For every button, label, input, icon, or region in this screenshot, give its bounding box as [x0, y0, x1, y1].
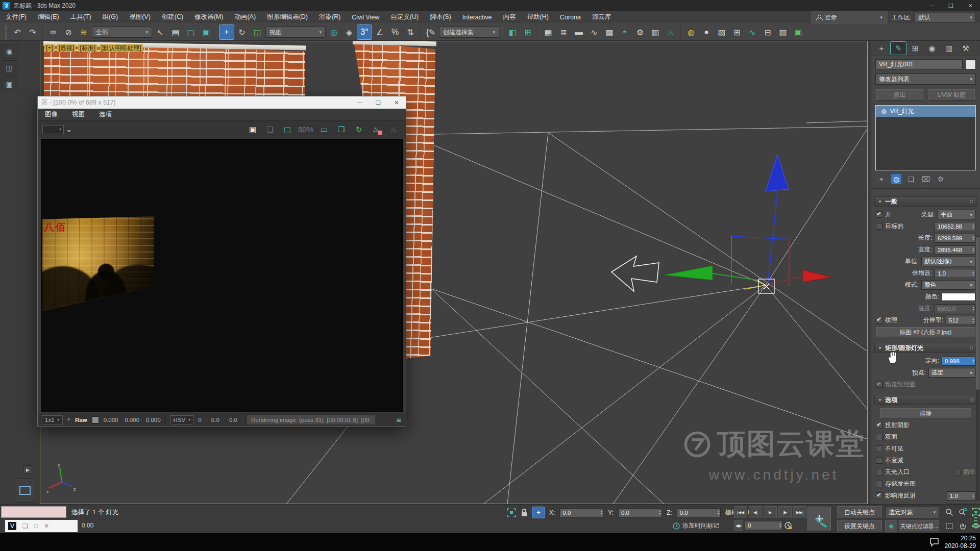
menu-item[interactable]: 渲染(R) — [313, 11, 346, 23]
stats-list-icon[interactable]: ≣ — [396, 416, 402, 423]
temperature-spinner[interactable]: 6500.0▴▾ — [935, 304, 975, 313]
named-selection-sets-dropdown[interactable]: 创建选择集 — [439, 27, 499, 38]
menu-item[interactable]: 创建(C) — [156, 11, 189, 23]
select-by-name-icon[interactable]: ▤ — [168, 25, 183, 39]
spinner-arrows-icon[interactable]: ▴▾ — [972, 224, 974, 229]
texture-checkbox[interactable] — [876, 317, 883, 323]
bind-to-space-warp-icon[interactable]: ≋ — [77, 25, 91, 39]
rectangular-selection-region-icon[interactable]: ▢ — [184, 25, 198, 39]
checkbox[interactable] — [876, 434, 883, 440]
close-icon[interactable]: ✕ — [387, 97, 406, 108]
motion-tab[interactable]: ◉ — [924, 42, 940, 55]
render-production-icon[interactable]: ♨ — [664, 25, 678, 39]
menu-item[interactable]: Civil View — [346, 11, 385, 23]
checkbox[interactable] — [876, 422, 883, 429]
auto-key-button[interactable]: 自动关键点 — [837, 506, 882, 518]
light-color-swatch[interactable] — [942, 293, 975, 301]
render-frame-window[interactable]: 区 - [100.0% of 689 x 517] ─ ❏ ✕ 图像视图选项 ◒… — [37, 96, 406, 427]
checkbox[interactable] — [876, 445, 883, 452]
mini-curve-editor-button[interactable]: ▶ — [23, 465, 32, 474]
y-coordinate-field[interactable]: 0.0▴▾ — [618, 508, 662, 517]
render-window-title-bar[interactable]: 区 - [100.0% of 689 x 517] ─ ❏ ✕ — [38, 96, 406, 109]
edit-named-selection-sets-icon[interactable]: {✎ — [424, 25, 438, 39]
toolbar-separator[interactable] — [680, 26, 681, 38]
login-button[interactable]: 登录 ▾ — [811, 11, 888, 23]
display-tab[interactable]: ▥ — [941, 42, 957, 55]
menu-item[interactable]: 编辑(E) — [32, 11, 65, 23]
modifier-stack[interactable]: ◍ VR_灯光 — [875, 105, 976, 170]
zoom-icon[interactable] — [943, 506, 955, 518]
viewport-layout-tab-2[interactable]: ◫ — [1, 60, 17, 75]
pin-stack-icon[interactable]: ⌖ — [876, 174, 887, 184]
close-icon[interactable]: ✕ — [44, 522, 49, 530]
scene-explorer-icon[interactable]: ▦ — [541, 25, 555, 39]
value-spinner[interactable]: 1.0▴▾ — [947, 491, 975, 500]
align-icon[interactable]: ⊞ — [521, 25, 535, 39]
go-to-start-button[interactable]: |◀◀ — [734, 506, 747, 518]
copy-image-icon[interactable]: ❏ — [262, 123, 278, 136]
scrollbar-thumb[interactable] — [976, 237, 979, 390]
snaps-toggle-icon[interactable]: 3° — [357, 25, 372, 39]
use-pivot-point-icon[interactable]: ◎ — [327, 25, 341, 39]
track-mouse-icon[interactable]: ❒ — [334, 123, 349, 136]
viewport-label-segment[interactable]: [默认明暗处理] — [100, 44, 143, 52]
set-key-button[interactable]: 设置关键点 — [837, 520, 882, 532]
absolute-mode-icon[interactable]: + — [532, 507, 545, 518]
make-unique-icon[interactable]: ❏ — [906, 174, 916, 184]
toolbar-separator[interactable] — [502, 26, 503, 38]
viewport-layout-tab-3[interactable]: ▣ — [1, 77, 17, 91]
resolution-spinner[interactable]: 512▴▾ — [946, 316, 975, 325]
ribbon-toggle-icon[interactable]: ▬ — [572, 25, 586, 39]
layer-explorer-icon[interactable]: ≣ — [556, 25, 571, 39]
mode-dropdown[interactable]: 颜色 — [921, 280, 975, 290]
add-time-tag[interactable]: 添加时间标记 — [673, 521, 719, 530]
menu-item[interactable]: 帮助(H) — [522, 11, 554, 23]
maxscript-mini-listener[interactable] — [1, 506, 66, 518]
menu-item[interactable]: 修改器(M) — [189, 11, 229, 23]
viewport-label[interactable]: [+][透视][标准][默认明暗处理] — [44, 44, 143, 52]
rollout-header[interactable]: ▼ 选项 ∷ — [874, 395, 977, 405]
texture-map-button[interactable]: 贴图 #2 (八佰-2.jpg) — [876, 327, 975, 337]
extrude-button[interactable]: 挤出 — [876, 89, 923, 101]
percent-snap-icon[interactable]: % — [388, 25, 402, 39]
render-setup-icon[interactable]: ⚙ — [633, 25, 647, 39]
monitor-icon[interactable]: ⊟ — [761, 25, 775, 39]
menu-item[interactable]: 内容 — [498, 11, 522, 23]
stack-item-selected[interactable]: ◍ VR_灯光 — [876, 106, 975, 117]
vray-progress-mini-window[interactable]: V ❏ □ ✕ — [5, 520, 78, 532]
pick-color-icon[interactable]: ⌖ — [67, 416, 70, 423]
toolbar-drag-handle[interactable] — [5, 26, 7, 39]
viewport-layout-button[interactable] — [15, 479, 35, 503]
toolbar-separator[interactable] — [42, 26, 43, 38]
unlink-selection-icon[interactable]: ⊘ — [61, 25, 76, 39]
set-key-plus-button[interactable]: + — [807, 507, 831, 531]
targeted-spinner[interactable]: 10652.88▴▾ — [935, 222, 975, 231]
go-to-end-button[interactable]: ▶▶| — [793, 506, 806, 518]
select-and-manipulate-icon[interactable]: ◈ — [342, 25, 356, 39]
rollout-header[interactable]: ▼ 一般 ∷ — [874, 196, 977, 207]
key-mode-toggle[interactable]: ◀▶ — [734, 520, 743, 531]
exclude-button[interactable]: 排除 — [880, 408, 971, 418]
viewport-layout-tab-1[interactable]: ◉ — [1, 44, 17, 59]
panel-scrollbar[interactable] — [976, 236, 979, 501]
region-render-icon[interactable]: ♨ — [386, 123, 401, 136]
viewport-label-segment[interactable]: [透视] — [57, 44, 76, 52]
select-and-move-icon[interactable]: + — [219, 25, 234, 39]
table-icon[interactable]: ⊞ — [730, 25, 744, 39]
selection-lock-icon[interactable] — [521, 508, 528, 517]
panel-divider[interactable]: ⋯⋯ — [871, 188, 980, 192]
menu-item[interactable]: 文件(F) — [0, 11, 32, 23]
viewport-label-segment[interactable]: [+] — [44, 44, 55, 52]
time-configuration-icon[interactable] — [784, 521, 792, 530]
show-end-result-icon[interactable]: ◍ — [891, 174, 901, 184]
checkbox[interactable] — [876, 481, 883, 487]
units-dropdown[interactable]: 默认(图像) — [921, 257, 975, 266]
frame-region-icon[interactable]: ▭ — [316, 123, 332, 136]
pan-hand-icon[interactable] — [957, 520, 969, 532]
database-icon[interactable]: ▣ — [791, 25, 805, 39]
x-coordinate-field[interactable]: 0.0▴▾ — [559, 508, 603, 517]
modify-tab[interactable]: ✎ — [891, 42, 906, 55]
direction-spinner[interactable]: 0.998▴▾ — [942, 357, 975, 366]
checkbox[interactable] — [876, 492, 883, 499]
menu-item[interactable]: 脚本(S) — [424, 11, 457, 23]
